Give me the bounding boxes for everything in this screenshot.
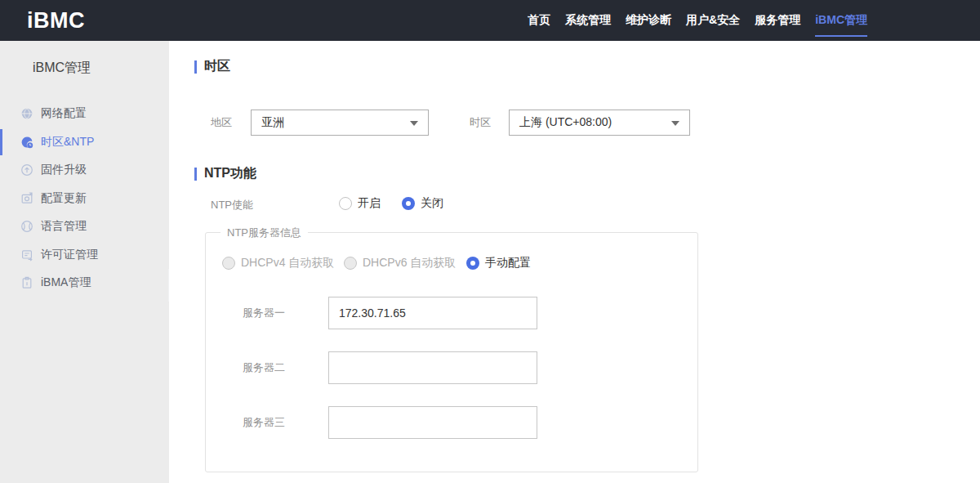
nav-item-home[interactable]: 首页 bbox=[528, 0, 550, 41]
timezone-ntp-icon bbox=[20, 136, 33, 149]
sidebar-title: iBMC管理 bbox=[33, 60, 91, 77]
nav-item-user-security[interactable]: 用户&安全 bbox=[686, 0, 740, 41]
sidebar-item-label: 时区&NTP bbox=[41, 135, 94, 150]
sidebar-menu: 网络配置 时区&NTP 固件升级 配置更新 语言管理 许可证管理 bbox=[0, 100, 169, 297]
sidebar-item-language-management[interactable]: 语言管理 bbox=[0, 212, 169, 241]
caret-down-icon bbox=[410, 121, 418, 126]
region-label: 地区 bbox=[211, 115, 232, 130]
radio-ntp-off[interactable]: 关闭 bbox=[402, 196, 443, 211]
app-logo: iBMC bbox=[27, 8, 85, 34]
radio-icon bbox=[466, 257, 479, 270]
timezone-select[interactable]: 上海 (UTC+08:00) bbox=[509, 110, 690, 136]
sidebar-item-label: 固件升级 bbox=[41, 163, 87, 177]
ibma-icon bbox=[20, 276, 33, 289]
top-nav: 首页 系统管理 维护诊断 用户&安全 服务管理 iBMC管理 bbox=[528, 0, 867, 41]
section-title-timezone: 时区 bbox=[194, 58, 230, 75]
section-title-ntp: NTP功能 bbox=[194, 165, 256, 182]
config-update-icon bbox=[20, 192, 33, 205]
nav-item-system-management[interactable]: 系统管理 bbox=[565, 0, 611, 41]
ntp-server-group-legend: NTP服务器信息 bbox=[220, 226, 308, 240]
main-content: 时区 地区 亚洲 时区 上海 (UTC+08:00) NTP功能 NTP使能 开… bbox=[169, 41, 980, 483]
sidebar-item-firmware-upgrade[interactable]: 固件升级 bbox=[0, 156, 169, 185]
license-icon bbox=[20, 248, 33, 262]
radio-icon bbox=[222, 257, 235, 270]
radio-label: DHCPv4 自动获取 bbox=[241, 256, 334, 271]
sidebar-item-config-update[interactable]: 配置更新 bbox=[0, 185, 169, 213]
ntp-server-group: NTP服务器信息 DHCPv4 自动获取 DHCPv6 自动获取 手动配置 服务… bbox=[205, 232, 698, 472]
sidebar-item-network-config[interactable]: 网络配置 bbox=[0, 100, 169, 128]
sidebar-item-label: 配置更新 bbox=[41, 191, 87, 206]
radio-label: 开启 bbox=[358, 196, 381, 211]
network-icon bbox=[20, 107, 33, 120]
radio-manual-config[interactable]: 手动配置 bbox=[466, 256, 531, 271]
sidebar-item-label: 许可证管理 bbox=[41, 248, 98, 262]
radio-icon bbox=[339, 197, 352, 210]
server2-input[interactable] bbox=[328, 351, 537, 384]
sidebar-item-timezone-ntp[interactable]: 时区&NTP bbox=[0, 128, 169, 157]
timezone-label: 时区 bbox=[470, 115, 491, 130]
ntp-enable-label: NTP使能 bbox=[211, 198, 253, 212]
radio-label: 手动配置 bbox=[485, 256, 531, 271]
sidebar-item-label: 网络配置 bbox=[41, 106, 87, 121]
firmware-upgrade-icon bbox=[20, 163, 33, 177]
server3-input[interactable] bbox=[328, 406, 537, 439]
page: iBMC 首页 系统管理 维护诊断 用户&安全 服务管理 iBMC管理 iBMC… bbox=[0, 0, 980, 483]
language-icon bbox=[20, 220, 33, 233]
sidebar-item-ibma-management[interactable]: iBMA管理 bbox=[0, 269, 169, 297]
radio-label: DHCPv6 自动获取 bbox=[363, 256, 456, 271]
server3-label: 服务器三 bbox=[243, 406, 285, 439]
region-select[interactable]: 亚洲 bbox=[251, 110, 429, 136]
radio-icon bbox=[344, 257, 357, 270]
server1-label: 服务器一 bbox=[243, 297, 285, 329]
region-select-value: 亚洲 bbox=[261, 115, 284, 130]
radio-ntp-on[interactable]: 开启 bbox=[339, 196, 381, 211]
sidebar-item-license-management[interactable]: 许可证管理 bbox=[0, 241, 169, 270]
nav-item-maintenance-diagnosis[interactable]: 维护诊断 bbox=[626, 0, 671, 41]
nav-item-ibmc-management[interactable]: iBMC管理 bbox=[815, 0, 867, 41]
timezone-select-value: 上海 (UTC+08:00) bbox=[519, 115, 612, 130]
top-header: iBMC 首页 系统管理 维护诊断 用户&安全 服务管理 iBMC管理 bbox=[0, 0, 980, 41]
nav-item-service-management[interactable]: 服务管理 bbox=[755, 0, 800, 41]
server1-input[interactable] bbox=[328, 297, 537, 329]
caret-down-icon bbox=[671, 121, 679, 126]
server2-label: 服务器二 bbox=[243, 351, 285, 384]
sidebar-item-label: iBMA管理 bbox=[41, 275, 91, 290]
radio-dhcpv4-auto[interactable]: DHCPv4 自动获取 bbox=[222, 256, 334, 271]
radio-icon bbox=[402, 197, 415, 210]
sidebar: iBMC管理 网络配置 时区&NTP 固件升级 配置更新 语言管理 bbox=[0, 41, 169, 483]
radio-label: 关闭 bbox=[421, 196, 443, 211]
radio-dhcpv6-auto[interactable]: DHCPv6 自动获取 bbox=[344, 256, 456, 271]
sidebar-item-label: 语言管理 bbox=[41, 219, 87, 234]
